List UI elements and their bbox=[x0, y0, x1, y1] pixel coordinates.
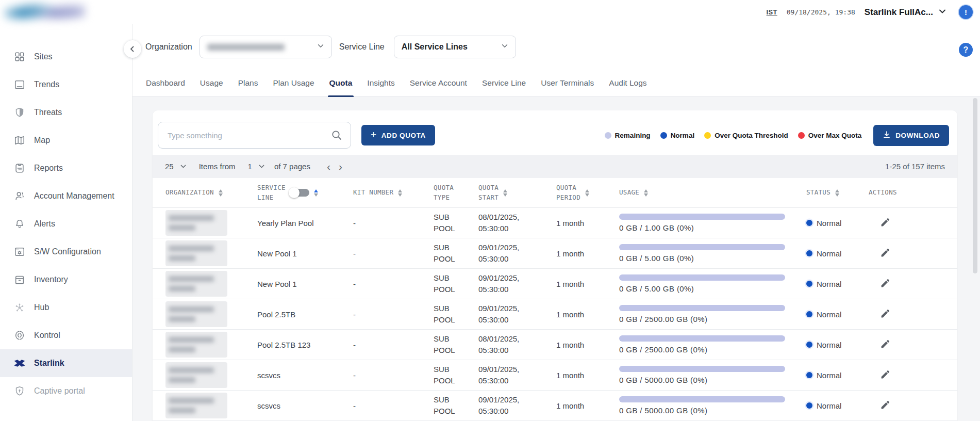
sort-kit-number[interactable] bbox=[398, 189, 402, 197]
report-icon bbox=[13, 162, 26, 174]
tab-service-line[interactable]: Service Line bbox=[481, 78, 526, 96]
grid-icon bbox=[13, 51, 26, 63]
edit-quota-button[interactable] bbox=[878, 336, 893, 353]
add-quota-button[interactable]: + ADD QUOTA bbox=[361, 125, 435, 145]
account-menu[interactable]: Starlink FullAc... bbox=[865, 7, 946, 18]
tab-usage[interactable]: Usage bbox=[200, 78, 224, 96]
filters-row: Organization Service Line All Service Li… bbox=[132, 24, 980, 70]
search-input[interactable] bbox=[158, 122, 351, 149]
chevron-down-icon bbox=[938, 7, 946, 17]
map-icon bbox=[13, 134, 26, 147]
tab-audit-logs[interactable]: Audit Logs bbox=[608, 78, 647, 96]
organization-cell-blurred bbox=[165, 301, 227, 327]
sort-quota-start[interactable] bbox=[503, 189, 507, 197]
tab-quota[interactable]: Quota bbox=[329, 78, 353, 96]
edit-quota-button[interactable] bbox=[878, 367, 893, 383]
edit-quota-button[interactable] bbox=[878, 397, 893, 414]
service-line-toggle[interactable] bbox=[290, 189, 309, 197]
sort-usage[interactable] bbox=[644, 189, 648, 197]
sidebar-item-sites[interactable]: Sites bbox=[0, 43, 132, 71]
sidebar-item-reports[interactable]: Reports bbox=[0, 154, 132, 182]
over-max-dot-icon bbox=[798, 132, 805, 139]
quota-start-cell: 09/01/2025,05:30:00 bbox=[478, 272, 556, 295]
quota-start-cell: 09/01/2025,05:30:00 bbox=[478, 242, 556, 265]
quota-type-cell: SUB POOL bbox=[434, 303, 478, 326]
kit-number-cell: - bbox=[353, 280, 434, 288]
table-header: ORGANIZATION SERVICE LINE KIT NUMBER bbox=[153, 178, 957, 208]
edit-quota-button[interactable] bbox=[878, 245, 893, 262]
edit-quota-button[interactable] bbox=[878, 306, 893, 322]
sidebar-item-trends[interactable]: Trends bbox=[0, 71, 132, 99]
service-line-cell: scsvcs bbox=[257, 401, 353, 410]
sidebar-item-hub[interactable]: Hub bbox=[0, 294, 132, 321]
sidebar-item-sw-configuration[interactable]: S/W Configuration bbox=[0, 238, 132, 266]
tab-plan-usage[interactable]: Plan Usage bbox=[272, 78, 314, 96]
quota-start-cell: 08/01/2025,05:30:00 bbox=[478, 212, 556, 234]
timezone-link[interactable]: IST bbox=[767, 8, 777, 16]
tab-plans[interactable]: Plans bbox=[238, 78, 259, 96]
help-button[interactable]: ? bbox=[959, 43, 973, 57]
sort-status[interactable] bbox=[835, 189, 839, 197]
tab-insights[interactable]: Insights bbox=[367, 78, 395, 96]
usage-cell: 0 GB / 2500.00 GB (0%) bbox=[619, 335, 806, 354]
work-area: + ADD QUOTA Remaining Normal bbox=[132, 97, 980, 421]
col-quota-period: QUOTA PERIOD bbox=[556, 183, 619, 203]
sidebar-collapse-button[interactable] bbox=[124, 40, 141, 58]
tab-service-account[interactable]: Service Account bbox=[409, 78, 468, 96]
prev-page-button[interactable]: ‹ bbox=[326, 161, 331, 172]
sidebar-item-kontrol[interactable]: Kontrol bbox=[0, 321, 132, 349]
sidebar-item-account-management[interactable]: Account Management bbox=[0, 182, 132, 210]
items-from-label: Items from bbox=[199, 162, 236, 171]
kit-number-cell: - bbox=[353, 249, 434, 258]
page-number-select[interactable]: 1 bbox=[248, 162, 265, 171]
sidebar-item-captive-portal[interactable]: Captive portal bbox=[0, 377, 132, 405]
sidebar-item-alerts[interactable]: Alerts bbox=[0, 210, 132, 238]
table-row: scsvcs - SUB POOL 09/01/2025,05:30:00 1 … bbox=[153, 360, 957, 391]
download-button[interactable]: DOWNLOAD bbox=[873, 125, 949, 146]
status-dot-icon bbox=[806, 402, 812, 409]
plus-icon: + bbox=[371, 129, 377, 140]
sidebar-item-label: Kontrol bbox=[34, 331, 60, 340]
sort-organization[interactable] bbox=[219, 189, 223, 197]
next-page-button[interactable]: › bbox=[338, 161, 343, 172]
sort-quota-period[interactable] bbox=[585, 189, 589, 197]
edit-quota-button[interactable] bbox=[878, 276, 893, 292]
status-cell: Normal bbox=[806, 341, 869, 349]
page-size-select[interactable]: 25 bbox=[165, 162, 187, 171]
service-line-label: Service Line bbox=[339, 42, 385, 52]
kontrol-icon bbox=[13, 329, 26, 342]
quota-period-cell: 1 month bbox=[556, 371, 619, 380]
service-line-cell: New Pool 1 bbox=[257, 249, 353, 258]
usage-bar bbox=[619, 366, 785, 372]
sidebar-item-label: Captive portal bbox=[34, 386, 85, 396]
sidebar-item-starlink[interactable]: Starlink bbox=[0, 349, 132, 377]
col-actions: ACTIONS bbox=[869, 188, 957, 198]
chevron-down-icon bbox=[317, 42, 324, 52]
organization-select[interactable] bbox=[200, 36, 332, 58]
service-line-select[interactable]: All Service Lines bbox=[394, 36, 516, 58]
vertical-scrollbar[interactable] bbox=[973, 98, 977, 273]
sidebar-item-inventory[interactable]: Inventory bbox=[0, 266, 132, 294]
download-label: DOWNLOAD bbox=[895, 132, 940, 139]
status-dot-icon bbox=[806, 250, 812, 256]
sort-service-line[interactable] bbox=[314, 189, 318, 197]
quota-period-cell: 1 month bbox=[556, 280, 619, 288]
tab-dashboard[interactable]: Dashboard bbox=[145, 78, 186, 96]
service-line-cell: Yearly Plan Pool bbox=[257, 219, 353, 228]
sidebar-item-threats[interactable]: Threats bbox=[0, 99, 132, 126]
sidebar-item-map[interactable]: Map bbox=[0, 126, 132, 154]
quota-type-cell: SUB POOL bbox=[434, 394, 478, 417]
quota-start-cell: 09/01/2025,05:30:00 bbox=[478, 303, 556, 326]
sidebar-item-label: Alerts bbox=[34, 219, 55, 229]
edit-quota-button[interactable] bbox=[878, 215, 893, 231]
usage-cell: 0 GB / 1.00 GB (0%) bbox=[619, 214, 806, 232]
status-dot-icon bbox=[806, 372, 812, 378]
status-cell: Normal bbox=[806, 249, 869, 258]
notification-badge[interactable]: ! bbox=[959, 5, 973, 19]
table-row: Yearly Plan Pool - SUB POOL 08/01/2025,0… bbox=[153, 208, 957, 238]
quota-period-cell: 1 month bbox=[556, 219, 619, 228]
col-quota-type: QUOTA TYPE bbox=[434, 183, 478, 203]
legend-remaining: Remaining bbox=[605, 132, 651, 139]
tab-user-terminals[interactable]: User Terminals bbox=[540, 78, 594, 96]
account-name: Starlink FullAc... bbox=[865, 7, 933, 18]
